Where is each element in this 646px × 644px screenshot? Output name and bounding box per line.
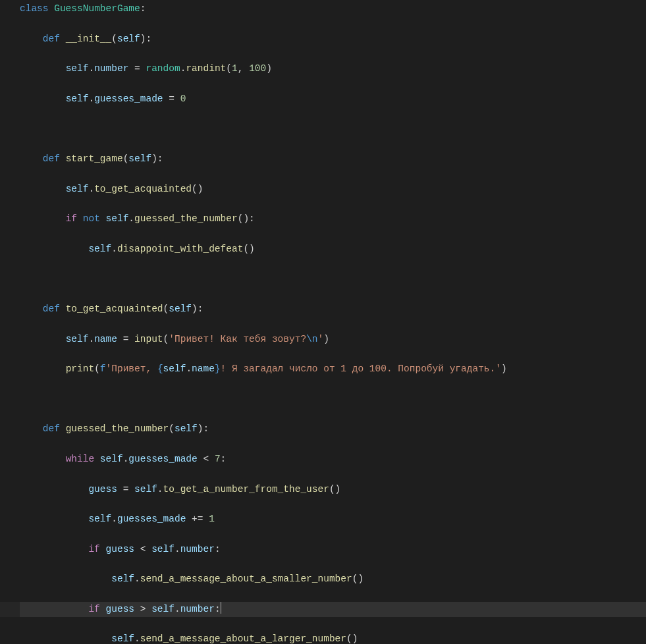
method-start-game: start_game <box>66 153 123 164</box>
code-line[interactable]: print(f'Привет, {self.name}! Я загадал ч… <box>20 362 646 377</box>
keyword-class: class <box>20 3 49 14</box>
code-editor[interactable]: class GuessNumberGame: def __init__(self… <box>0 0 646 644</box>
code-line[interactable]: self.send_a_message_about_a_larger_numbe… <box>20 631 646 644</box>
class-name: GuessNumberGame <box>54 3 140 14</box>
code-line[interactable]: self.name = input('Привет! Как тебя зову… <box>20 332 646 347</box>
code-line[interactable]: self.number = random.randint(1, 100) <box>20 61 646 76</box>
text-cursor <box>221 602 221 614</box>
code-line[interactable]: def __init__(self): <box>20 32 646 47</box>
code-line[interactable]: def guessed_the_number(self): <box>20 421 646 437</box>
code-line[interactable] <box>20 392 646 407</box>
method-guessed-the-number: guessed_the_number <box>66 423 169 434</box>
code-line[interactable]: self.to_get_acquainted() <box>20 182 646 197</box>
code-line[interactable]: guess = self.to_get_a_number_from_the_us… <box>20 482 646 497</box>
code-line[interactable]: self.send_a_message_about_a_smaller_numb… <box>20 572 646 587</box>
code-line[interactable] <box>20 121 646 136</box>
method-init: __init__ <box>66 34 112 44</box>
code-line[interactable]: if guess < self.number: <box>20 542 646 557</box>
code-line[interactable]: self.disappoint_with_defeat() <box>20 242 646 257</box>
code-line[interactable]: def start_game(self): <box>20 151 646 167</box>
code-line[interactable]: self.guesses_made += 1 <box>20 512 646 527</box>
code-line[interactable]: self.guesses_made = 0 <box>20 92 646 107</box>
code-line-current[interactable]: if guess > self.number: <box>20 602 646 617</box>
code-line[interactable]: while self.guesses_made < 7: <box>20 452 646 467</box>
method-to-get-acquainted: to_get_acquainted <box>66 304 163 314</box>
code-line[interactable] <box>20 271 646 286</box>
code-line[interactable]: class GuessNumberGame: <box>20 1 646 16</box>
code-line[interactable]: def to_get_acquainted(self): <box>20 302 646 317</box>
code-line[interactable]: if not self.guessed_the_number(): <box>20 211 646 227</box>
